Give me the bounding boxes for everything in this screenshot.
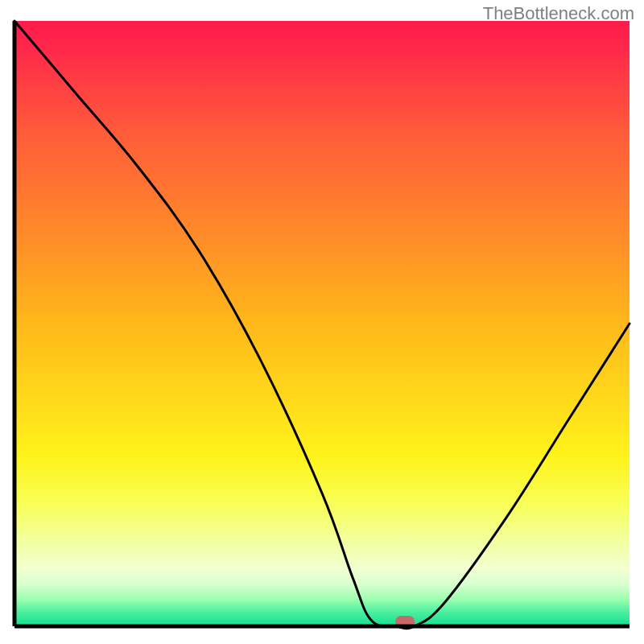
gradient-background: [14, 21, 630, 626]
attribution-text: TheBottleneck.com: [483, 3, 634, 24]
bottleneck-chart: [0, 0, 644, 644]
chart-container: TheBottleneck.com: [0, 0, 644, 644]
